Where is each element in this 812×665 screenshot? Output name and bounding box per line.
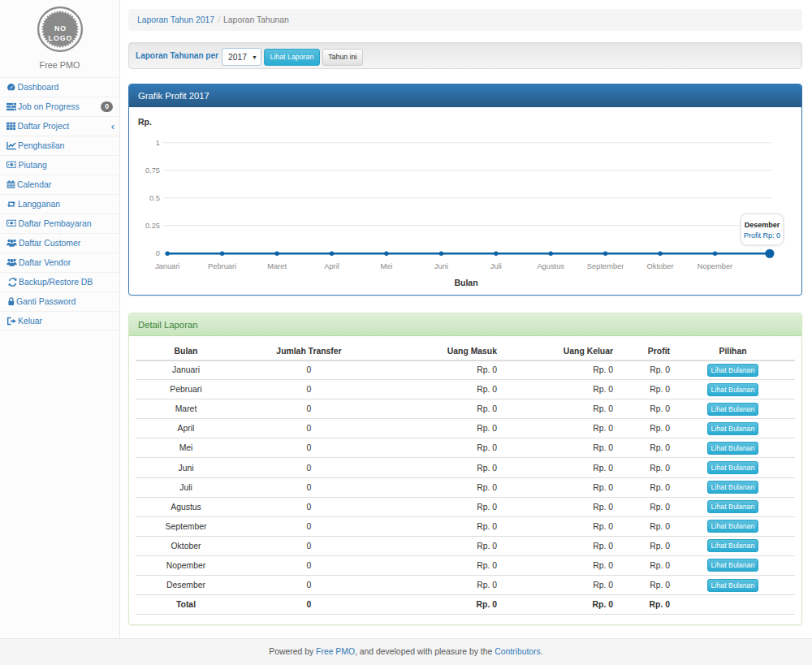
svg-text:LOGO: LOGO (48, 34, 72, 42)
svg-text:0.25: 0.25 (145, 222, 160, 230)
svg-text:1: 1 (156, 139, 160, 147)
svg-text:Rp.: Rp. (138, 117, 152, 127)
svg-text:Bulan: Bulan (454, 278, 477, 287)
svg-text:Maret: Maret (267, 262, 287, 270)
svg-text:Agustus: Agustus (537, 262, 564, 270)
svg-text:Nopember: Nopember (698, 262, 732, 270)
svg-text:Januari: Januari (155, 262, 180, 270)
svg-text:April: April (324, 262, 339, 270)
svg-text:Mei: Mei (380, 262, 392, 270)
svg-text:0.75: 0.75 (145, 166, 160, 175)
svg-text:NO: NO (54, 24, 66, 32)
svg-text:Juni: Juni (434, 262, 448, 270)
svg-text:0.5: 0.5 (149, 194, 160, 202)
svg-text:Pebruari: Pebruari (208, 262, 236, 270)
svg-text:Oktober: Oktober (647, 262, 674, 270)
svg-text:0: 0 (156, 249, 160, 257)
svg-text:September: September (587, 262, 624, 270)
svg-text:Juli: Juli (490, 262, 502, 270)
